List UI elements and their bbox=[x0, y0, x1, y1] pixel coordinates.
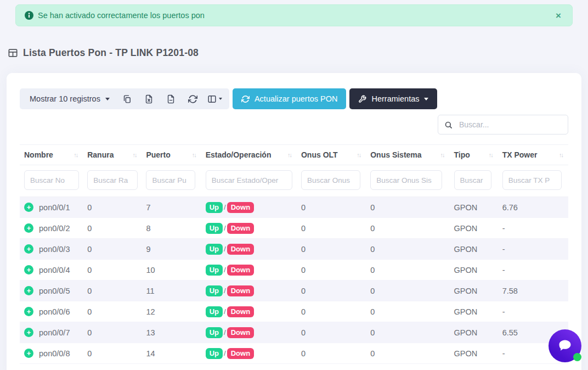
column-header-onus-sistema[interactable]: Onus Sistema bbox=[366, 145, 449, 165]
expand-row-button[interactable] bbox=[24, 223, 33, 233]
tools-button-label: Herramientas bbox=[371, 94, 419, 103]
column-header-nombre[interactable]: Nombre bbox=[20, 145, 83, 165]
cell-onus-olt: 0 bbox=[301, 307, 306, 316]
expand-row-button[interactable] bbox=[24, 349, 33, 358]
excel-export-icon bbox=[144, 94, 154, 104]
cell-nombre: pon0/0/4 bbox=[39, 266, 70, 274]
status-up-badge: Up bbox=[206, 327, 223, 338]
filter-input-nombre[interactable] bbox=[24, 170, 79, 190]
file-export-button[interactable] bbox=[160, 88, 182, 109]
badge-separator: / bbox=[224, 349, 226, 357]
cell-tipo: GPON bbox=[454, 307, 478, 316]
cell-onus-olt: 0 bbox=[301, 224, 306, 233]
sort-icon bbox=[74, 152, 77, 158]
filter-input-tx-power[interactable] bbox=[502, 170, 562, 190]
expand-row-button[interactable] bbox=[24, 286, 33, 295]
status-up-badge: Up bbox=[206, 285, 223, 296]
column-header-onus-olt[interactable]: Onus OLT bbox=[297, 145, 366, 165]
cell-ranura: 0 bbox=[87, 349, 92, 358]
status-down-badge: Down bbox=[227, 223, 254, 234]
column-header-tx-power[interactable]: TX Power bbox=[498, 145, 568, 165]
cell-tx-power: - bbox=[502, 245, 505, 254]
expand-row-button[interactable] bbox=[24, 244, 33, 254]
cell-onus-sistema: 0 bbox=[370, 307, 375, 316]
cell-ranura: 0 bbox=[87, 203, 92, 212]
cell-onus-olt: 0 bbox=[301, 266, 306, 274]
table-row: pon0/0/208Up/Down00GPON- bbox=[20, 218, 568, 239]
chat-widget-button[interactable] bbox=[549, 329, 581, 362]
sort-icon bbox=[559, 152, 563, 158]
filter-input-onus-olt[interactable] bbox=[301, 170, 360, 190]
column-header-puerto[interactable]: Puerto bbox=[142, 145, 201, 165]
tools-dropdown-button[interactable]: Herramientas bbox=[349, 88, 437, 109]
refresh-pon-ports-button[interactable]: Actualizar puertos PON bbox=[233, 88, 347, 109]
status-down-badge: Down bbox=[227, 202, 254, 213]
status-down-badge: Down bbox=[227, 348, 254, 359]
column-header-estado-operacion[interactable]: Estado/Operación bbox=[201, 145, 297, 165]
chat-bubble-icon bbox=[557, 338, 573, 354]
chevron-down-icon bbox=[424, 98, 428, 100]
expand-row-button[interactable] bbox=[24, 307, 33, 316]
cell-tipo: GPON bbox=[454, 224, 478, 233]
filter-input-onus-sistema[interactable] bbox=[370, 170, 442, 190]
filter-input-puerto[interactable] bbox=[146, 170, 195, 190]
column-visibility-button[interactable] bbox=[204, 88, 226, 109]
cell-tx-power: 6.55 bbox=[502, 328, 518, 337]
excel-export-button[interactable] bbox=[138, 88, 160, 109]
status-down-badge: Down bbox=[227, 327, 254, 338]
search-input[interactable] bbox=[458, 120, 562, 130]
cell-puerto: 7 bbox=[146, 203, 150, 212]
table-card: Mostrar 10 registros Actualizar puertos … bbox=[7, 73, 581, 370]
table-row: pon0/0/4010Up/Down00GPON- bbox=[20, 260, 568, 281]
table-row: pon0/0/309Up/Down00GPON- bbox=[20, 239, 568, 260]
status-up-badge: Up bbox=[206, 202, 223, 213]
alert-close-button[interactable]: × bbox=[553, 10, 563, 21]
file-export-icon bbox=[166, 94, 176, 104]
filter-input-estado-operacion[interactable] bbox=[206, 170, 292, 190]
column-header-ranura[interactable]: Ranura bbox=[83, 145, 142, 165]
cell-ranura: 0 bbox=[87, 224, 92, 233]
cell-puerto: 12 bbox=[146, 307, 155, 316]
badge-separator: / bbox=[224, 203, 226, 211]
records-per-page-dropdown[interactable]: Mostrar 10 registros bbox=[23, 94, 116, 103]
info-icon bbox=[25, 11, 33, 20]
table-row: pon0/0/8014Up/Down00GPON- bbox=[20, 343, 568, 364]
cell-nombre: pon0/0/5 bbox=[39, 287, 70, 295]
table-header-row: NombreRanuraPuertoEstado/OperaciónOnus O… bbox=[20, 145, 568, 165]
page-header: Lista Puertos Pon - TP LINK P1201-08 bbox=[8, 47, 588, 59]
filter-input-tipo[interactable] bbox=[454, 170, 491, 190]
cell-onus-olt: 0 bbox=[301, 349, 306, 358]
column-label: Tipo bbox=[454, 150, 470, 159]
search-icon bbox=[444, 121, 453, 129]
table-filter-row bbox=[20, 165, 568, 197]
page-title: Lista Puertos Pon - TP LINK P1201-08 bbox=[23, 47, 199, 59]
expand-row-button[interactable] bbox=[24, 203, 33, 212]
badge-separator: / bbox=[224, 266, 226, 274]
table-row: pon0/0/6012Up/Down00GPON- bbox=[20, 301, 568, 322]
sync-button[interactable] bbox=[182, 88, 204, 109]
sync-icon bbox=[188, 94, 197, 104]
badge-separator: / bbox=[224, 245, 226, 253]
table-icon bbox=[8, 48, 18, 58]
copy-button[interactable] bbox=[116, 88, 138, 109]
online-status-dot bbox=[573, 353, 581, 361]
status-up-badge: Up bbox=[206, 265, 223, 276]
cell-ranura: 0 bbox=[87, 328, 92, 337]
expand-row-button[interactable] bbox=[24, 265, 33, 274]
expand-row-button[interactable] bbox=[24, 328, 33, 337]
cell-tx-power: - bbox=[502, 349, 505, 358]
cell-puerto: 13 bbox=[146, 328, 155, 337]
column-label: Onus OLT bbox=[301, 150, 338, 159]
cell-puerto: 9 bbox=[146, 245, 150, 254]
status-up-badge: Up bbox=[206, 306, 223, 317]
table-row: pon0/0/5011Up/Down00GPON7.58 bbox=[20, 281, 568, 301]
badge-separator: / bbox=[224, 287, 226, 295]
refresh-button-label: Actualizar puertos PON bbox=[255, 94, 338, 103]
column-header-tipo[interactable]: Tipo bbox=[450, 145, 498, 165]
cell-ranura: 0 bbox=[87, 266, 92, 274]
cell-tipo: GPON bbox=[454, 245, 478, 254]
filter-input-ranura[interactable] bbox=[87, 170, 138, 190]
cell-tipo: GPON bbox=[454, 203, 478, 212]
status-up-badge: Up bbox=[206, 223, 223, 234]
cell-tipo: GPON bbox=[454, 287, 478, 295]
